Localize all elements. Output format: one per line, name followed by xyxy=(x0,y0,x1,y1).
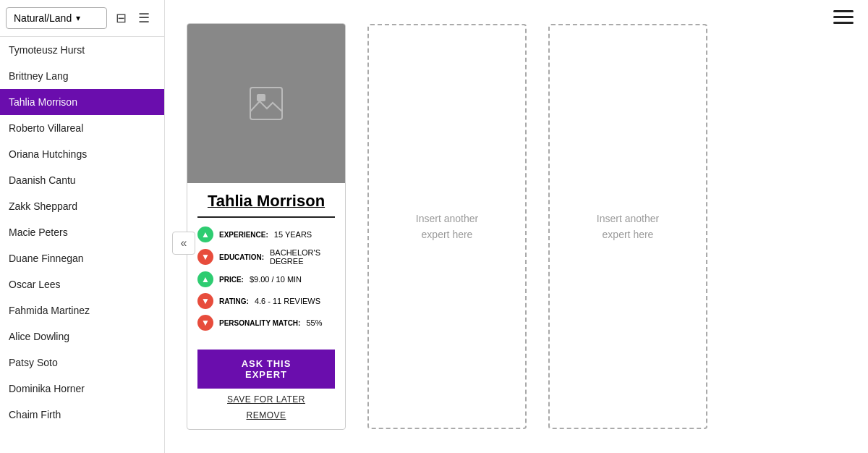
expert-name: Tahlia Morrison xyxy=(197,192,335,218)
sidebar: Natural/Land ▾ ⊟ ☰ Tymoteusz HurstBrittn… xyxy=(0,0,165,453)
placeholder-card-1[interactable]: Insert anotherexpert here xyxy=(367,24,527,429)
stat-label: EXPERIENCE: xyxy=(219,231,268,239)
expert-list-item[interactable]: Duane Finnegan xyxy=(0,245,164,271)
up-arrow-icon: ▲ xyxy=(197,271,213,287)
stat-value: $9.00 / 10 MIN xyxy=(250,275,302,284)
filter-dropdown[interactable]: Natural/Land ▾ xyxy=(6,7,107,29)
placeholder-card-2[interactable]: Insert anotherexpert here xyxy=(548,24,707,429)
stat-row: ▼EDUCATION:BACHELOR'S DEGREE xyxy=(197,248,335,266)
card-body: Tahlia Morrison ▲EXPERIENCE:15 YEARS▼EDU… xyxy=(187,183,345,429)
sort-icon[interactable]: ☰ xyxy=(135,7,153,29)
expert-list-item[interactable]: Brittney Lang xyxy=(0,63,164,89)
stat-value: 55% xyxy=(306,318,322,327)
chevron-down-icon: ▾ xyxy=(76,13,80,23)
up-arrow-icon: ▲ xyxy=(197,226,213,242)
expert-list-item[interactable]: Tahlia Morrison xyxy=(0,89,164,115)
image-placeholder-icon xyxy=(248,85,284,122)
expert-list-item[interactable]: Macie Peters xyxy=(0,219,164,245)
down-arrow-icon: ▼ xyxy=(197,293,213,309)
ask-expert-button[interactable]: ASK THIS EXPERT xyxy=(197,350,335,389)
down-arrow-icon: ▼ xyxy=(197,315,213,331)
filter-icon[interactable]: ⊟ xyxy=(113,7,129,29)
expert-list-item[interactable]: Chaim Firth xyxy=(0,402,164,428)
sidebar-header: Natural/Land ▾ ⊟ ☰ xyxy=(0,0,164,37)
down-arrow-icon: ▼ xyxy=(197,249,213,265)
card-stats: ▲EXPERIENCE:15 YEARS▼EDUCATION:BACHELOR'… xyxy=(197,226,335,331)
stat-value: 4.6 - 11 REVIEWS xyxy=(255,297,320,305)
stat-label: PERSONALITY MATCH: xyxy=(219,319,300,327)
stat-row: ▲PRICE:$9.00 / 10 MIN xyxy=(197,271,335,287)
main-content: Tahlia Morrison ▲EXPERIENCE:15 YEARS▼EDU… xyxy=(165,0,868,453)
expert-list-item[interactable]: Tymoteusz Hurst xyxy=(0,37,164,63)
expert-list-item[interactable]: Zakk Sheppard xyxy=(0,193,164,219)
stat-value: BACHELOR'S DEGREE xyxy=(270,248,335,266)
remove-button[interactable]: REMOVE xyxy=(246,410,286,420)
expert-list-item[interactable]: Roberto Villareal xyxy=(0,115,164,141)
save-for-later-button[interactable]: SAVE FOR LATER xyxy=(227,394,305,405)
svg-rect-0 xyxy=(250,88,282,119)
expert-card: Tahlia Morrison ▲EXPERIENCE:15 YEARS▼EDU… xyxy=(187,23,346,430)
collapse-sidebar-button[interactable]: « xyxy=(172,232,195,255)
expert-list-item[interactable]: Oscar Lees xyxy=(0,271,164,297)
expert-list-item[interactable]: Alice Dowling xyxy=(0,323,164,350)
stat-row: ▼RATING:4.6 - 11 REVIEWS xyxy=(197,293,335,309)
expert-list-item[interactable]: Patsy Soto xyxy=(0,350,164,376)
stat-value: 15 YEARS xyxy=(274,230,312,239)
placeholder-text-1: Insert anotherexpert here xyxy=(416,211,478,243)
card-actions: ASK THIS EXPERT SAVE FOR LATER REMOVE xyxy=(197,342,335,420)
placeholder-text-2: Insert anotherexpert here xyxy=(597,211,659,243)
expert-list: Tymoteusz HurstBrittney LangTahlia Morri… xyxy=(0,37,164,453)
stat-row: ▼PERSONALITY MATCH:55% xyxy=(197,315,335,331)
stat-label: EDUCATION: xyxy=(219,253,264,261)
card-image xyxy=(187,24,345,183)
expert-list-item[interactable]: Fahmida Martinez xyxy=(0,297,164,323)
stat-row: ▲EXPERIENCE:15 YEARS xyxy=(197,226,335,242)
chevron-left-icon: « xyxy=(181,237,187,250)
stat-label: RATING: xyxy=(219,297,249,305)
filter-label: Natural/Land xyxy=(14,12,72,24)
expert-list-item[interactable]: Oriana Hutchings xyxy=(0,141,164,167)
expert-list-item[interactable]: Dominika Horner xyxy=(0,376,164,402)
expert-list-item[interactable]: Daanish Cantu xyxy=(0,167,164,193)
svg-rect-1 xyxy=(257,94,265,101)
stat-label: PRICE: xyxy=(219,276,244,284)
